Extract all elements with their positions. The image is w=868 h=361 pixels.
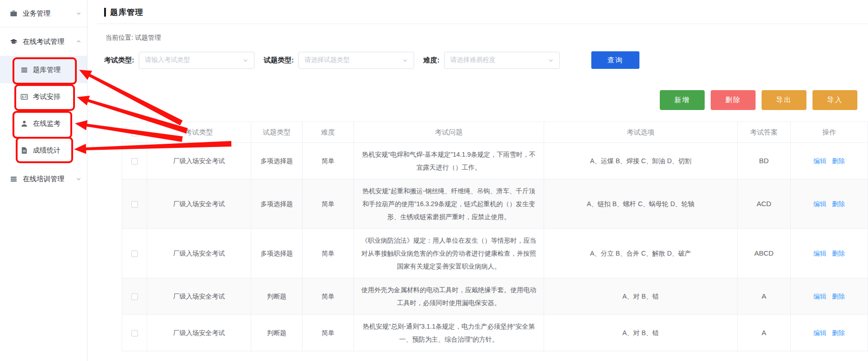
delete-link[interactable]: 删除 [832,250,845,257]
export-button[interactable]: 导出 [762,90,806,110]
answer-cell: ACD [738,179,791,229]
briefcase-icon [10,10,18,18]
checkbox-cell [122,143,147,179]
user-icon [20,120,28,128]
add-button[interactable]: 新增 [660,90,705,110]
answer-cell: A [738,315,791,351]
delete-link[interactable]: 删除 [832,293,845,300]
row-checkbox[interactable] [131,294,138,300]
difficulty-cell: 简单 [303,278,354,315]
chevron-down-icon [402,57,408,63]
actions-cell: 编辑删除 [791,315,868,351]
sidebar: 业务管理 在线考试管理 题库管理 考 [0,0,87,361]
list-icon [20,66,28,74]
row-checkbox[interactable] [131,201,138,208]
difficulty-label: 难度: [423,56,440,65]
page-header: 题库管理 [97,0,868,24]
sidebar-item-label: 在线监考 [33,119,61,128]
answer-cell: BD [738,143,791,179]
options-cell: A、对 B、错 [544,315,738,351]
options-cell: A、运煤 B、焊接 C、卸油 D、切割 [544,143,738,179]
row-checkbox[interactable] [131,251,138,257]
question-type-cell: 判断题 [251,278,303,315]
options-cell: A、链扣 B、螺杆 C、蜗母轮 D、轮轴 [544,179,738,229]
edit-link[interactable]: 编辑 [813,200,826,208]
question-type-select[interactable]: 请选择试题类型 [298,52,414,69]
sidebar-item-business-management[interactable]: 业务管理 [0,0,87,27]
difficulty-cell: 简单 [303,143,354,179]
select-all-checkbox[interactable] [131,130,138,136]
difficulty-filter: 难度: 请选择难易程度 [423,52,560,69]
sidebar-item-label: 题库管理 [33,66,61,74]
sidebar-item-online-training-management[interactable]: 在线培训管理 [0,168,87,190]
results-table: 考试类型 试题类型 难度 考试问题 考试选项 考试答案 操作 厂级入场安全考试多… [122,122,868,351]
filter-bar: 考试类型: 请输入考试类型 试题类型: 请选择试题类型 难度: 请选择难易程度 [104,51,868,69]
exam-type-cell: 厂级入场安全考试 [147,229,251,278]
delete-link[interactable]: 删除 [832,157,845,165]
list-icon [10,175,18,183]
graduation-cap-icon [10,38,18,46]
import-button[interactable]: 导入 [812,90,857,110]
sidebar-item-online-exam-management[interactable]: 在线考试管理 [0,27,87,56]
main-content: 题库管理 当前位置: 试题管理 考试类型: 请输入考试类型 试题类型: 请选择试… [87,0,868,361]
col-question: 考试问题 [354,122,544,143]
exam-type-select[interactable]: 请输入考试类型 [139,52,254,69]
table-header-row: 考试类型 试题类型 难度 考试问题 考试选项 考试答案 操作 [122,122,868,143]
exam-type-placeholder: 请输入考试类型 [145,56,242,64]
breadcrumb: 当前位置: 试题管理 [105,34,868,42]
question-type-filter: 试题类型: 请选择试题类型 [264,52,414,69]
sidebar-item-exam-schedule[interactable]: 考试安排 [0,83,87,110]
difficulty-cell: 简单 [303,315,354,351]
exam-type-cell: 厂级入场安全考试 [147,278,251,315]
question-cell: 热机安规“起重和搬运-钢丝绳、纤维绳、吊钩、滑车、千斤顶和手拉葫芦的使用”16.… [354,179,544,229]
edit-link[interactable]: 编辑 [813,157,826,165]
col-actions: 操作 [791,122,868,143]
col-question-type: 试题类型 [251,122,303,143]
delete-button[interactable]: 删除 [711,90,756,110]
sidebar-item-score-statistics[interactable]: 成绩统计 [0,137,87,164]
question-cell: 《职业病防治法》规定：用人单位在发生（）等情形时，应当对从事接触职业病危害的作业… [354,229,544,278]
actions-cell: 编辑删除 [791,179,868,229]
delete-link[interactable]: 删除 [832,200,845,208]
results-table-wrap: 考试类型 试题类型 难度 考试问题 考试选项 考试答案 操作 厂级入场安全考试多… [122,122,868,351]
edit-link[interactable]: 编辑 [813,329,826,337]
checkbox-cell [122,278,147,315]
row-checkbox[interactable] [131,158,138,165]
sidebar-item-label: 在线考试管理 [23,37,64,46]
actions-cell: 编辑删除 [791,143,868,179]
chevron-down-icon [76,11,81,16]
question-type-cell: 多项选择题 [251,179,303,229]
chevron-down-icon [548,57,554,63]
page-title: 题库管理 [110,7,143,18]
exam-type-cell: 厂级入场安全考试 [147,315,251,351]
answer-cell: A [738,278,791,315]
checkbox-cell [122,179,147,229]
options-cell: A、分立 B、合并 C、解散 D、破产 [544,229,738,278]
difficulty-select[interactable]: 请选择难易程度 [444,52,560,69]
question-type-label: 试题类型: [264,56,294,65]
sidebar-item-label: 业务管理 [23,9,50,18]
edit-link[interactable]: 编辑 [813,250,826,257]
table-row: 厂级入场安全考试多项选择题简单《职业病防治法》规定：用人单位在发生（）等情形时，… [122,229,868,278]
difficulty-placeholder: 请选择难易程度 [450,56,548,64]
question-type-cell: 多项选择题 [251,229,303,278]
table-row: 厂级入场安全考试判断题简单使用外壳为金属材料的电动工具时，应戴绝缘手套。使用电动… [122,278,868,315]
col-options: 考试选项 [544,122,738,143]
table-row: 厂级入场安全考试多项选择题简单热机安规“起重和搬运-钢丝绳、纤维绳、吊钩、滑车、… [122,179,868,229]
edit-link[interactable]: 编辑 [813,293,826,300]
select-all-cell [122,122,147,143]
search-button[interactable]: 查询 [591,51,639,69]
exam-type-cell: 厂级入场安全考试 [147,143,251,179]
sidebar-item-label: 在线培训管理 [23,175,64,184]
sidebar-item-online-proctor[interactable]: 在线监考 [0,110,87,137]
sidebar-item-question-bank[interactable]: 题库管理 [0,56,87,83]
row-checkbox[interactable] [131,330,138,337]
answer-cell: ABCD [738,229,791,278]
col-difficulty: 难度 [303,122,354,143]
question-type-placeholder: 请选择试题类型 [304,56,402,64]
delete-link[interactable]: 删除 [832,329,845,337]
checkbox-cell [122,315,147,351]
difficulty-cell: 简单 [303,179,354,229]
question-type-cell: 多项选择题 [251,143,303,179]
chevron-down-icon [76,176,81,182]
